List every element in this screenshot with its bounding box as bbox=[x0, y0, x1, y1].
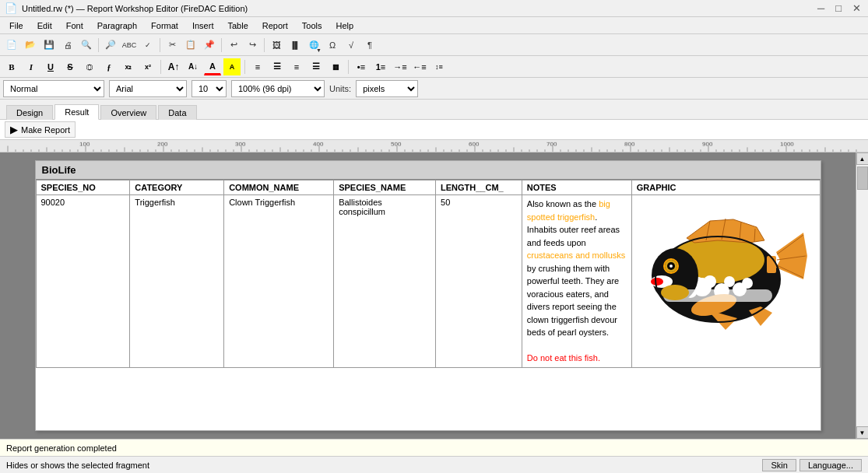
menu-edit[interactable]: Edit bbox=[31, 19, 58, 32]
svg-point-9 bbox=[742, 278, 753, 289]
font-select[interactable]: Arial bbox=[109, 80, 187, 97]
menu-file[interactable]: File bbox=[3, 19, 30, 32]
underline-button[interactable]: U bbox=[42, 58, 59, 75]
status-message: Report generation completed bbox=[6, 443, 117, 453]
copy-button[interactable]: 📋 bbox=[182, 37, 199, 54]
new-button[interactable]: 📄 bbox=[3, 37, 20, 54]
barcode-button[interactable]: ▐▌ bbox=[286, 37, 304, 54]
pilcrow-button[interactable]: ¶ bbox=[361, 37, 378, 54]
columns-button[interactable]: ▦ bbox=[327, 58, 344, 75]
notes-text-1: Also known as the bbox=[527, 199, 599, 208]
style-select[interactable]: Normal bbox=[3, 80, 104, 97]
align-left-button[interactable]: ≡ bbox=[249, 58, 266, 75]
replace-button[interactable]: ABC bbox=[121, 37, 138, 54]
print-button[interactable]: 🖨 bbox=[59, 37, 76, 54]
tab-overview[interactable]: Overview bbox=[100, 105, 156, 120]
outdent-button[interactable]: ←≡ bbox=[411, 58, 428, 75]
bottom-bar-right: Skin Language... bbox=[762, 459, 862, 471]
menu-paragraph[interactable]: Paragraph bbox=[91, 19, 143, 32]
data-table: SPECIES_NO CATEGORY COMMON_NAME SPECIES_… bbox=[36, 180, 821, 368]
titlebar-title: Untitled.rw (*) — Report Workshop Editor… bbox=[22, 4, 248, 13]
special-char-button[interactable]: Ω bbox=[324, 37, 341, 54]
italic-button[interactable]: I bbox=[23, 58, 40, 75]
bold-button[interactable]: B bbox=[3, 58, 20, 75]
outline-button[interactable]: O bbox=[81, 58, 98, 75]
col-length-cm: LENGTH__CM_ bbox=[436, 180, 522, 195]
svg-point-31 bbox=[661, 285, 689, 300]
status-bar: Report generation completed bbox=[0, 439, 868, 456]
font-color-button[interactable]: A bbox=[204, 58, 221, 75]
close-button[interactable]: ✕ bbox=[850, 2, 863, 14]
numbered-list-button[interactable]: 1≡ bbox=[372, 58, 389, 75]
content-area: BioLife SPECIES_NO CATEGORY COMMON_NAME … bbox=[0, 152, 856, 439]
tab-result[interactable]: Result bbox=[54, 104, 99, 120]
bullet-list-button[interactable]: •≡ bbox=[353, 58, 370, 75]
paste-button[interactable]: 📌 bbox=[201, 37, 218, 54]
menu-help[interactable]: Help bbox=[329, 19, 360, 32]
preview-button[interactable]: 🔍 bbox=[78, 37, 95, 54]
separator3 bbox=[221, 38, 222, 52]
tab-data[interactable]: Data bbox=[158, 105, 196, 120]
cell-length-cm: 50 bbox=[436, 195, 522, 368]
tab-design[interactable]: Design bbox=[6, 105, 53, 120]
menubar: File Edit Font Paragraph Format Insert T… bbox=[0, 17, 868, 34]
toolbar1: 📄 📂 💾 🖨 🔍 🔎 ABC ✓ ✂ 📋 📌 ↩ ↪ 🖼 ▐▌ 🌐 ▼ Ω √… bbox=[0, 34, 868, 56]
notes-text-6: Do not eat this fish. bbox=[527, 353, 600, 363]
language-button[interactable]: Language... bbox=[799, 459, 862, 471]
menu-font[interactable]: Font bbox=[60, 19, 90, 32]
size-select[interactable]: 10 bbox=[192, 80, 227, 97]
units-select[interactable]: pixels bbox=[356, 80, 418, 97]
col-species-name: SPECIES_NAME bbox=[334, 180, 436, 195]
titlebar-controls: ─ □ ✕ bbox=[815, 2, 863, 14]
subscript-button[interactable]: x₂ bbox=[120, 58, 137, 75]
hyperlink-button[interactable]: 🌐 ▼ bbox=[305, 37, 322, 54]
increase-font-button[interactable]: A↑ bbox=[165, 58, 182, 75]
indent-button[interactable]: →≡ bbox=[392, 58, 409, 75]
separator5 bbox=[160, 60, 161, 74]
menu-table[interactable]: Table bbox=[221, 19, 254, 32]
svg-point-7 bbox=[704, 275, 716, 288]
vertical-scrollbar[interactable]: ▲ ▼ bbox=[856, 152, 868, 439]
scroll-up-button[interactable]: ▲ bbox=[856, 152, 869, 165]
make-report-button[interactable]: ▶ Make Report bbox=[5, 121, 76, 138]
separator4 bbox=[264, 38, 265, 52]
redo-button[interactable]: ↪ bbox=[244, 37, 261, 54]
skin-button[interactable]: Skin bbox=[762, 459, 796, 471]
make-report-icon: ▶ bbox=[10, 124, 18, 135]
spacing-button[interactable]: ↕≡ bbox=[430, 58, 448, 75]
align-center-button[interactable]: ☰ bbox=[269, 58, 286, 75]
cell-species-name: Ballistoides conspicillum bbox=[334, 195, 436, 368]
titlebar: 📄 Untitled.rw (*) — Report Workshop Edit… bbox=[0, 0, 868, 17]
menu-format[interactable]: Format bbox=[145, 19, 184, 32]
undo-button[interactable]: ↩ bbox=[225, 37, 242, 54]
image-button[interactable]: 🖼 bbox=[268, 37, 285, 54]
strikethrough-button[interactable]: S bbox=[61, 58, 79, 75]
scroll-down-button[interactable]: ▼ bbox=[856, 426, 869, 439]
menu-report[interactable]: Report bbox=[256, 19, 294, 32]
highlight-button[interactable]: A bbox=[223, 58, 241, 75]
titlebar-left: 📄 Untitled.rw (*) — Report Workshop Edit… bbox=[5, 2, 248, 14]
col-category: CATEGORY bbox=[130, 180, 224, 195]
bottom-bar: Hides or shows the selected fragment Ski… bbox=[0, 456, 868, 473]
scroll-thumb[interactable] bbox=[857, 166, 868, 190]
open-button[interactable]: 📂 bbox=[22, 37, 39, 54]
cut-button[interactable]: ✂ bbox=[163, 37, 181, 54]
minimize-button[interactable]: ─ bbox=[815, 2, 827, 14]
spellcheck-button[interactable]: ✓ bbox=[139, 37, 156, 54]
formula2-button[interactable]: ƒ bbox=[100, 58, 118, 75]
justify-button[interactable]: ☰ bbox=[307, 58, 325, 75]
cell-graphic bbox=[631, 195, 820, 368]
superscript-button[interactable]: x² bbox=[139, 58, 156, 75]
formula-button[interactable]: √ bbox=[343, 37, 360, 54]
zoom-select[interactable]: 100% (96 dpi) bbox=[231, 80, 325, 97]
decrease-font-button[interactable]: A↓ bbox=[184, 58, 202, 75]
find-button[interactable]: 🔎 bbox=[102, 37, 119, 54]
toolbar2: B I U S O ƒ x₂ x² A↑ A↓ A A ≡ ☰ ≡ ☰ ▦ •≡… bbox=[0, 56, 868, 78]
svg-point-12 bbox=[651, 278, 663, 286]
menu-tools[interactable]: Tools bbox=[296, 19, 329, 32]
stylebar: Normal Arial 10 100% (96 dpi) Units: pix… bbox=[0, 78, 868, 100]
align-right-button[interactable]: ≡ bbox=[288, 58, 305, 75]
menu-insert[interactable]: Insert bbox=[186, 19, 220, 32]
save-button[interactable]: 💾 bbox=[40, 37, 58, 54]
maximize-button[interactable]: □ bbox=[833, 2, 844, 14]
